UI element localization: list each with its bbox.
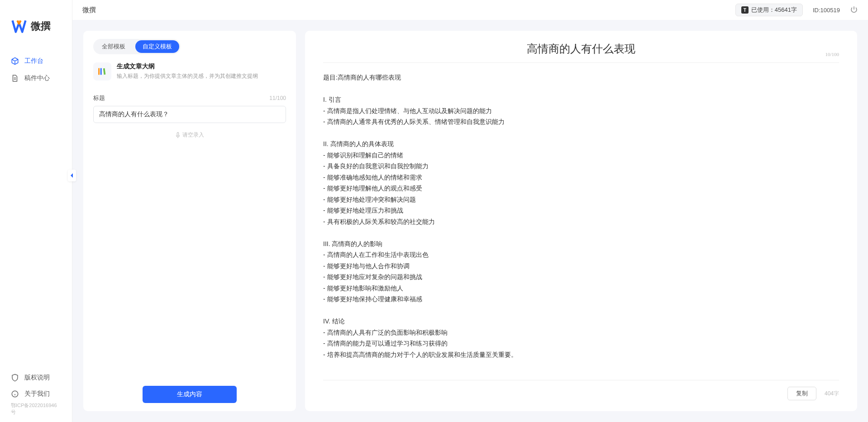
- sidebar: 微撰 工作台 稿件中心 版权说明 关于我们 鄂ICP备2: [0, 0, 72, 422]
- copy-button[interactable]: 复制: [787, 387, 816, 400]
- output-title: 高情商的人有什么表现: [527, 43, 635, 55]
- voice-hint-text: 请空录入: [182, 131, 204, 139]
- sidebar-footer: 版权说明 关于我们 鄂ICP备2022016946号: [0, 370, 72, 422]
- icp-text: 鄂ICP备2022016946号: [0, 402, 72, 416]
- sidebar-item-workbench[interactable]: 工作台: [0, 52, 72, 70]
- sidebar-item-about[interactable]: 关于我们: [0, 386, 72, 402]
- sidebar-item-label: 工作台: [24, 57, 43, 65]
- usage-badge[interactable]: T 已使用：45641字: [735, 4, 803, 16]
- output-panel: 高情商的人有什么表现 10/100 题目:高情商的人有哪些表现 I. 引言 - …: [305, 31, 857, 411]
- cube-icon: [11, 57, 19, 65]
- logo[interactable]: 微撰: [0, 0, 72, 48]
- template-name: 生成文章大纲: [117, 62, 258, 71]
- generate-bar: 生成内容: [83, 386, 296, 403]
- template-info: 生成文章大纲 输入标题，为你提供文章主体的灵感，并为其创建推文提纲: [93, 62, 286, 81]
- sidebar-item-label: 稿件中心: [24, 74, 50, 82]
- output-title-row: 高情商的人有什么表现 10/100: [323, 42, 839, 63]
- template-icon: [93, 62, 111, 81]
- logo-text: 微撰: [31, 19, 51, 33]
- logo-icon: [11, 18, 27, 34]
- output-io-count: 10/100: [825, 52, 839, 57]
- config-panel: 全部模板 自定义模板 生成文章大纲 输入标题，为你提供文章主体的灵感，并为其创建…: [83, 31, 296, 411]
- tab-custom-templates[interactable]: 自定义模板: [135, 40, 179, 53]
- title-field-section: 标题 11/100 请空录入: [93, 94, 286, 139]
- page-title: 微撰: [82, 6, 96, 14]
- mic-icon: [175, 132, 181, 138]
- sidebar-item-copyright[interactable]: 版权说明: [0, 370, 72, 386]
- shield-icon: [11, 374, 19, 382]
- title-char-count: 11/100: [269, 95, 286, 101]
- sidebar-item-label: 版权说明: [24, 374, 50, 382]
- usage-text: 已使用：45641字: [751, 6, 797, 14]
- output-word-count: 404字: [825, 390, 839, 398]
- document-icon: [11, 74, 19, 82]
- sidebar-item-drafts[interactable]: 稿件中心: [0, 70, 72, 87]
- title-input[interactable]: [93, 106, 286, 123]
- info-icon: [11, 390, 19, 398]
- sidebar-item-label: 关于我们: [24, 390, 50, 398]
- main-area: 全部模板 自定义模板 生成文章大纲 输入标题，为你提供文章主体的灵感，并为其创建…: [72, 20, 868, 422]
- nav-list: 工作台 稿件中心: [0, 48, 72, 370]
- output-footer: 复制 404字: [323, 380, 839, 400]
- generate-button[interactable]: 生成内容: [143, 386, 237, 403]
- power-icon[interactable]: [850, 5, 858, 15]
- voice-input-hint[interactable]: 请空录入: [93, 131, 286, 139]
- topbar: 微撰 T 已使用：45641字 ID:100519: [72, 0, 868, 20]
- user-id: ID:100519: [813, 7, 840, 14]
- template-desc: 输入标题，为你提供文章主体的灵感，并为其创建推文提纲: [117, 72, 258, 80]
- topbar-right: T 已使用：45641字 ID:100519: [735, 4, 858, 16]
- tab-all-templates[interactable]: 全部模板: [95, 40, 133, 53]
- text-icon: T: [741, 6, 749, 14]
- output-content: 题目:高情商的人有哪些表现 I. 引言 - 高情商是指人们处理情绪、与他人互动以…: [323, 72, 839, 380]
- title-label: 标题: [93, 94, 105, 102]
- template-tabs: 全部模板 自定义模板: [93, 39, 181, 54]
- svg-rect-1: [177, 132, 179, 135]
